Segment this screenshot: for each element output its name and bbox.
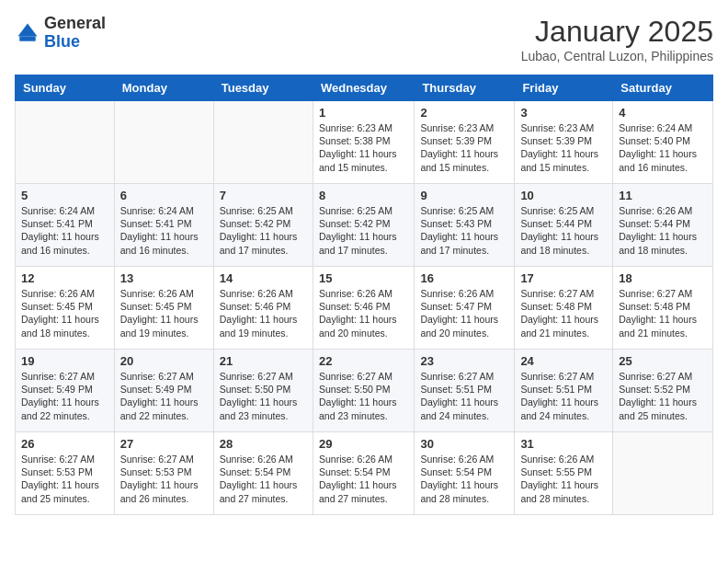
day-number: 22 [319,354,408,368]
day-number: 14 [220,271,307,285]
day-details: Sunrise: 6:26 AMSunset: 5:45 PMDaylight:… [21,287,108,339]
week-row-1: 1Sunrise: 6:23 AMSunset: 5:38 PMDaylight… [16,101,713,184]
week-row-3: 12Sunrise: 6:26 AMSunset: 5:45 PMDayligh… [16,267,713,350]
day-details: Sunrise: 6:27 AMSunset: 5:50 PMDaylight:… [220,370,307,422]
day-details: Sunrise: 6:26 AMSunset: 5:54 PMDaylight:… [319,453,408,505]
day-details: Sunrise: 6:26 AMSunset: 5:54 PMDaylight:… [420,453,508,505]
weekday-header-thursday: Thursday [415,75,515,101]
day-details: Sunrise: 6:26 AMSunset: 5:46 PMDaylight:… [319,287,408,339]
day-number: 6 [120,189,208,202]
day-number: 25 [619,354,707,368]
calendar-table: SundayMondayTuesdayWednesdayThursdayFrid… [15,75,713,515]
day-details: Sunrise: 6:27 AMSunset: 5:48 PMDaylight:… [520,287,607,339]
day-number: 27 [120,437,208,451]
calendar-cell: 28Sunrise: 6:26 AMSunset: 5:54 PMDayligh… [213,432,313,515]
logo-icon [15,20,40,46]
calendar-cell: 17Sunrise: 6:27 AMSunset: 5:48 PMDayligh… [515,267,613,350]
calendar-cell: 3Sunrise: 6:23 AMSunset: 5:39 PMDaylight… [515,101,613,184]
day-details: Sunrise: 6:23 AMSunset: 5:39 PMDaylight:… [420,121,508,174]
day-details: Sunrise: 6:25 AMSunset: 5:42 PMDaylight:… [220,204,307,257]
day-number: 26 [21,437,108,451]
calendar-cell: 19Sunrise: 6:27 AMSunset: 5:49 PMDayligh… [16,350,115,432]
day-number: 13 [120,271,208,285]
day-number: 1 [319,106,408,120]
day-number: 10 [520,189,607,202]
calendar-cell: 16Sunrise: 6:26 AMSunset: 5:47 PMDayligh… [415,267,515,350]
week-row-5: 26Sunrise: 6:27 AMSunset: 5:53 PMDayligh… [16,432,713,515]
calendar-cell: 23Sunrise: 6:27 AMSunset: 5:51 PMDayligh… [415,350,515,432]
day-number: 12 [21,271,108,285]
calendar-cell: 26Sunrise: 6:27 AMSunset: 5:53 PMDayligh… [16,432,115,515]
day-number: 17 [520,271,607,285]
calendar-title: January 2025 [521,15,713,49]
calendar-location: Lubao, Central Luzon, Philippines [521,49,713,63]
weekday-header-monday: Monday [114,75,213,101]
day-details: Sunrise: 6:27 AMSunset: 5:49 PMDaylight:… [21,370,108,422]
weekday-header-saturday: Saturday [613,75,713,101]
day-details: Sunrise: 6:26 AMSunset: 5:54 PMDaylight:… [220,453,307,505]
weekday-header-wednesday: Wednesday [313,75,414,101]
weekday-header-row: SundayMondayTuesdayWednesdayThursdayFrid… [16,75,713,101]
day-details: Sunrise: 6:27 AMSunset: 5:49 PMDaylight:… [120,370,208,422]
calendar-cell: 27Sunrise: 6:27 AMSunset: 5:53 PMDayligh… [114,432,213,515]
day-number: 18 [619,271,707,285]
day-details: Sunrise: 6:23 AMSunset: 5:39 PMDaylight:… [520,121,607,174]
calendar-cell: 25Sunrise: 6:27 AMSunset: 5:52 PMDayligh… [613,350,713,432]
day-details: Sunrise: 6:26 AMSunset: 5:46 PMDaylight:… [220,287,307,339]
day-details: Sunrise: 6:27 AMSunset: 5:53 PMDaylight:… [21,453,108,505]
svg-rect-1 [19,36,36,40]
day-number: 28 [220,437,307,451]
day-details: Sunrise: 6:25 AMSunset: 5:42 PMDaylight:… [319,204,408,257]
day-number: 3 [520,106,607,120]
day-number: 15 [319,271,408,285]
calendar-cell: 20Sunrise: 6:27 AMSunset: 5:49 PMDayligh… [114,350,213,432]
calendar-cell: 9Sunrise: 6:25 AMSunset: 5:43 PMDaylight… [415,184,515,267]
calendar-cell: 14Sunrise: 6:26 AMSunset: 5:46 PMDayligh… [213,267,313,350]
calendar-cell: 11Sunrise: 6:26 AMSunset: 5:44 PMDayligh… [613,184,713,267]
day-number: 21 [220,354,307,368]
day-number: 23 [420,354,508,368]
calendar-cell: 2Sunrise: 6:23 AMSunset: 5:39 PMDaylight… [415,101,515,184]
day-details: Sunrise: 6:27 AMSunset: 5:51 PMDaylight:… [520,370,607,422]
calendar-cell: 1Sunrise: 6:23 AMSunset: 5:38 PMDaylight… [313,101,414,184]
weekday-header-friday: Friday [515,75,613,101]
calendar-cell: 15Sunrise: 6:26 AMSunset: 5:46 PMDayligh… [313,267,414,350]
calendar-cell [114,101,213,184]
day-number: 4 [619,106,707,120]
day-number: 24 [520,354,607,368]
logo-general: General [44,14,106,32]
day-number: 31 [520,437,607,451]
calendar-cell: 22Sunrise: 6:27 AMSunset: 5:50 PMDayligh… [313,350,414,432]
calendar-cell [213,101,313,184]
day-number: 11 [619,189,707,202]
day-number: 29 [319,437,408,451]
day-details: Sunrise: 6:24 AMSunset: 5:41 PMDaylight:… [120,204,208,257]
day-number: 5 [21,189,108,202]
calendar-cell: 10Sunrise: 6:25 AMSunset: 5:44 PMDayligh… [515,184,613,267]
calendar-cell: 29Sunrise: 6:26 AMSunset: 5:54 PMDayligh… [313,432,414,515]
calendar-cell: 12Sunrise: 6:26 AMSunset: 5:45 PMDayligh… [16,267,115,350]
calendar-cell: 31Sunrise: 6:26 AMSunset: 5:55 PMDayligh… [515,432,613,515]
day-details: Sunrise: 6:24 AMSunset: 5:40 PMDaylight:… [619,121,707,174]
calendar-cell: 8Sunrise: 6:25 AMSunset: 5:42 PMDaylight… [313,184,414,267]
day-number: 20 [120,354,208,368]
calendar-cell: 30Sunrise: 6:26 AMSunset: 5:54 PMDayligh… [415,432,515,515]
day-details: Sunrise: 6:25 AMSunset: 5:43 PMDaylight:… [420,204,508,257]
day-details: Sunrise: 6:26 AMSunset: 5:45 PMDaylight:… [120,287,208,339]
calendar-cell: 24Sunrise: 6:27 AMSunset: 5:51 PMDayligh… [515,350,613,432]
day-details: Sunrise: 6:27 AMSunset: 5:48 PMDaylight:… [619,287,707,339]
day-details: Sunrise: 6:27 AMSunset: 5:50 PMDaylight:… [319,370,408,422]
calendar-cell: 6Sunrise: 6:24 AMSunset: 5:41 PMDaylight… [114,184,213,267]
calendar-cell: 18Sunrise: 6:27 AMSunset: 5:48 PMDayligh… [613,267,713,350]
day-details: Sunrise: 6:25 AMSunset: 5:44 PMDaylight:… [520,204,607,257]
day-details: Sunrise: 6:26 AMSunset: 5:47 PMDaylight:… [420,287,508,339]
day-details: Sunrise: 6:27 AMSunset: 5:52 PMDaylight:… [619,370,707,422]
day-number: 2 [420,106,508,120]
day-number: 16 [420,271,508,285]
day-number: 7 [220,189,307,202]
logo-text: General Blue [44,15,106,52]
page-header: General Blue January 2025 Lubao, Central… [15,15,713,63]
logo-blue: Blue [44,32,80,51]
week-row-2: 5Sunrise: 6:24 AMSunset: 5:41 PMDaylight… [16,184,713,267]
day-number: 30 [420,437,508,451]
